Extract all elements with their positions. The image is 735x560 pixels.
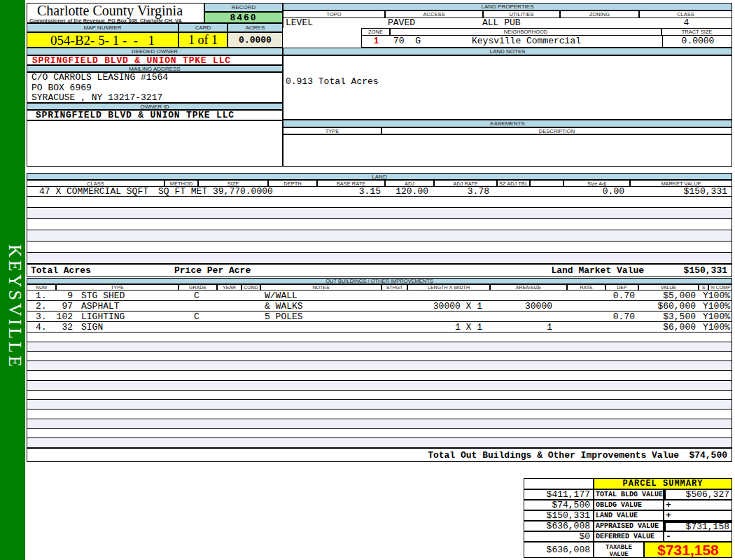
ps-r4-left: $636,008 [524,521,594,531]
ob1-s: Y [703,290,708,301]
ps-title-spacer [524,478,594,489]
mailing-address-box: C/O CARROLS LEASING #1564 PO BOX 6969 SY… [27,72,283,103]
land-data-row: 47 X COMMERCIAL SQFT SQ FT MET 39,770.00… [27,187,732,197]
price-per-acre-label: Price Per Acre [174,265,251,277]
neighborhood-header: NEIGHBORHOOD [390,28,662,36]
ob-col-cond: COND [241,284,260,290]
county-title: Charlotte County Virginia [37,4,183,18]
ob3-dep: 0.70 [613,312,635,322]
ps-r2-op: + [666,500,671,510]
parcel-summary: PARCEL SUMMARY $411,177 TOTAL BLDG VALUE… [524,478,732,558]
ob-col-notes: NOTES [260,284,382,290]
ob2-lxw: 30000 X 1 [433,301,482,312]
ob-col-type: TYPE [56,284,178,290]
land-market-value: $150,331 [684,187,727,197]
ps-title: PARCEL SUMMARY [594,478,732,489]
map-number-field[interactable]: 054-B2- 5- 1 - - 1 [27,32,178,48]
ob3-code: 102 [57,312,73,322]
ob-row-2: 2. 97 ASPHALT & WALKS 30000 X 1 30000 $6… [27,301,732,312]
ob2-area: 30000 [525,301,552,312]
land-notes-box: 0.913 Total Acres [283,55,732,120]
ob-col-comp: % COMP [708,284,732,290]
easement-description-header: DESCRIPTION [382,127,732,134]
owner-id-value: SPRINGFIELD BLVD & UNION TPKE LLC [27,110,283,120]
ob3-notes: 5 POLES [265,312,303,322]
topo-value: LEVEL [286,18,313,28]
ps-r5-op: - [666,532,671,541]
land-col-blank [530,180,564,187]
ob1-dep: 0.70 [613,290,635,301]
map-number-header: MAP NUMBER [27,23,178,32]
ob2-code: 97 [62,301,73,312]
ob1-num: 1. [36,290,47,301]
ps-r2-left: $74,500 [524,500,594,510]
total-acres-label: Total Acres [31,265,91,277]
ps-r1-value: $506,327 [664,489,732,500]
ob1-code: 9 [67,290,73,301]
card-field[interactable]: 1 of 1 [178,32,227,48]
deeded-owner-header: DEEDED OWNER [27,48,283,55]
land-col-sz-adj-tbl: SZ ADJ TBL [497,180,530,187]
ob4-code: 32 [62,322,73,332]
county-title-box: Charlotte County Virginia Commissioner o… [27,3,204,23]
record-field[interactable]: 8460 [204,12,283,23]
land-empty-rows [27,197,732,264]
ob4-lxw: 1 X 1 [455,322,482,332]
record-header: RECORD [204,3,283,12]
easements-empty-box [283,134,732,167]
land-class-value: 47 X COMMERCIAL SQFT [39,187,148,197]
land-adj-value: 120.00 [396,187,428,197]
ob2-notes: & WALKS [265,301,303,312]
ps-r2-label: OBLDG VALUE [594,500,664,510]
ps-r4-label: APPRAISED VALUE [594,521,664,531]
ob4-area: 1 [547,322,552,332]
ob1-notes: W/WALL [265,290,298,301]
ob2-s: Y [703,301,708,312]
ob-col-length-width: LENGTH X WIDTH [407,284,490,290]
class-value: 4 [640,18,733,28]
zone-value: 1 [362,36,391,47]
ob4-value: $6,000 [663,322,696,332]
land-market-value-label: Land Market Value [551,265,644,277]
ob3-num: 3. [36,312,47,322]
ob1-comp: 100% [708,290,730,301]
acres-header: ACRES [227,23,283,32]
ob3-s: Y [703,312,708,322]
ob-empty-rows [27,332,732,448]
ob-col-sthgt: STHGT [382,284,407,290]
ob-col-dep: DEP [606,284,638,290]
ob3-grade: C [194,312,200,322]
land-base-rate-value: 3.15 [359,187,381,197]
ob3-type: LIGHTING [81,312,125,322]
land-total-row: Total Acres Price Per Acre Land Market V… [27,264,732,277]
ps-r5-label: DEFERRED VALUE [594,531,664,542]
ps-taxable-left: $636,008 [524,542,594,558]
ob-col-s: S [699,284,708,290]
ob2-type: ASPHALT [81,301,120,312]
ob-total-value: $74,500 [689,449,727,462]
ob-col-grade: GRADE [178,284,217,290]
land-method-size-value: SQ FT MET 39,770.0000 [158,187,273,197]
district-name-vertical: KEYSVILLE [1,223,25,391]
out-buildings-header: OUT BUILDINGS / OTHER IMPROVEMENTS [27,278,732,284]
ob2-comp: 100% [708,301,730,312]
land-market-value-total: $150,331 [684,265,727,277]
access-value: PAVED [388,18,415,28]
acres-field: 0.0000 [227,32,283,48]
mailing-address-header: MAILING ADDRESS [27,65,283,72]
ps-r3-label: LAND VALUE [594,510,664,521]
ob4-num: 4. [36,322,47,332]
ob1-grade: C [194,290,200,301]
ps-taxable-value: $731,158 [644,542,732,558]
tract-size-value: 0.0000 [662,36,733,47]
ob-col-area-size: AREA/SIZE [490,284,567,290]
ob-row-4: 4. 32 SIGN 1 X 1 1 $6,000 Y 100% [27,322,732,332]
ob3-comp: 100% [708,312,730,322]
ob-col-num: NUM [27,284,56,290]
ps-r4-value: $731,158 [664,521,732,531]
zoning-header: ZONING [560,10,639,18]
ob4-comp: 100% [708,322,730,332]
ps-r3-left: $150,331 [524,510,594,521]
ob-total-label: Total Out Buildings & Other Improvements… [428,449,679,462]
ob4-s: Y [703,322,708,332]
